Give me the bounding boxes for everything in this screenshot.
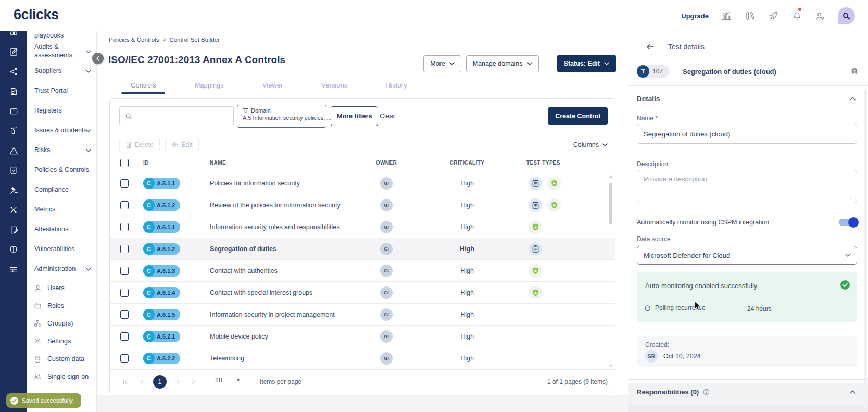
control-id-badge[interactable]: CA.6.1.2 [143,243,180,255]
column-header-owner[interactable]: OWNER [353,160,420,166]
sidebar-item[interactable]: Administration [0,259,96,279]
name-field[interactable] [637,124,857,144]
details-section-header[interactable]: Details [637,90,856,107]
scroll-down-arrow[interactable]: ▼ [609,364,613,368]
manual-test-icon[interactable] [529,198,542,212]
column-header-test-types[interactable]: TEST TYPES [514,160,615,166]
analytics-icon[interactable] [721,10,732,21]
table-scrollbar[interactable]: ▲ ▼ [608,174,613,368]
row-checkbox[interactable] [120,354,129,363]
tab[interactable]: Controls [129,76,158,94]
scrollbar-thumb[interactable] [609,183,612,224]
panel-scrollbar[interactable] [864,89,867,409]
column-header-criticality[interactable]: CRITICALITY [420,160,514,166]
select-all-checkbox[interactable] [120,159,129,167]
domain-filter-chip[interactable]: Domain A.5 Information security policies… [237,105,326,128]
control-id-badge[interactable]: CA.6.1.1 [143,221,180,233]
table-row[interactable]: CA.6.2.1 Mobile device policy GI High [110,326,615,347]
sidebar-subitem[interactable]: Custom data [0,350,96,368]
control-id-badge[interactable]: CA.6.2.1 [143,331,180,342]
sidebar-item[interactable]: Registers [0,101,96,121]
cloud-test-icon[interactable] [529,220,542,234]
description-field[interactable] [637,170,857,203]
row-checkbox[interactable] [120,289,129,297]
tab[interactable]: Versions [319,76,349,94]
tab[interactable]: Mappings [192,76,225,94]
control-id-badge[interactable]: CA.6.1.4 [143,287,180,298]
control-id-badge[interactable]: CA.5.1.2 [143,199,180,211]
app-logo[interactable]: 6clicks [14,7,59,23]
chevron-up-icon[interactable] [850,390,856,394]
table-row[interactable]: CA.6.2.2 Teleworking GI High [110,347,615,369]
control-id-badge[interactable]: CA.5.1.1 [143,178,180,189]
sidebar-item[interactable]: Trust Portal [0,81,96,101]
cloud-test-icon[interactable] [529,264,542,278]
control-name[interactable]: Segregation of duties [202,245,353,253]
table-row[interactable]: CA.6.1.4 Contact with special interest g… [110,282,615,304]
manual-test-icon[interactable] [529,242,542,256]
cloud-test-icon[interactable] [547,177,561,190]
sidebar-item[interactable]: Policies & Controls [0,160,96,180]
control-id-badge[interactable]: CA.6.1.5 [143,309,180,320]
current-page-button[interactable]: 1 [153,375,167,389]
cspm-toggle[interactable] [839,219,858,226]
columns-dropdown[interactable]: Columns [573,141,608,148]
row-checkbox[interactable] [120,223,129,231]
table-row[interactable]: CA.6.1.5 Information security in project… [110,304,615,326]
row-checkbox[interactable] [120,245,129,253]
sidebar-subitem[interactable]: Group(s) [0,315,96,332]
info-icon[interactable] [703,389,710,395]
page-size-select[interactable]: 20▼ [215,377,253,386]
sidebar-collapse-button[interactable] [92,53,104,64]
back-button[interactable] [646,43,655,51]
table-row[interactable]: CA.5.1.2 Review of the policies for info… [110,194,615,216]
sidebar-item[interactable]: Suppliers [0,61,96,81]
tab[interactable]: History [384,76,409,94]
table-row[interactable]: CA.6.1.3 Contact with authorities GI Hig… [110,260,615,282]
sidebar-subitem[interactable]: Users [0,279,96,297]
row-checkbox[interactable] [120,310,129,319]
rocket-icon[interactable] [768,10,779,21]
create-control-button[interactable]: Create Control [548,107,608,125]
more-button[interactable]: More [423,55,461,72]
table-row[interactable]: CA.5.1.1 Policies for information securi… [110,172,615,194]
sidebar-item[interactable]: Issues & incidents [0,121,96,141]
edit-button[interactable]: Edit [165,138,199,152]
control-name[interactable]: Contact with authorities [202,267,353,274]
sidebar-item[interactable]: Vulnerabilities [0,240,96,259]
user-avatar[interactable] [838,7,855,24]
column-header-name[interactable]: NAME [202,160,353,166]
sidebar-item[interactable]: Audits & assessments [0,42,96,61]
data-source-select[interactable]: Microsoft Defender for Cloud [637,246,857,265]
control-id-badge[interactable]: CA.6.2.2 [143,353,180,364]
user-management-icon[interactable] [814,10,826,21]
scroll-up-arrow[interactable]: ▲ [609,174,613,179]
cloud-test-icon[interactable] [529,286,542,299]
control-name[interactable]: Policies for information security [202,180,353,187]
sidebar-item-playbooks[interactable]: playbooks [0,31,96,42]
row-checkbox[interactable] [120,267,129,275]
table-row[interactable]: CA.6.1.1 Information security roles and … [110,216,615,238]
table-row[interactable]: CA.6.1.2 Segregation of duties GI High [110,238,615,260]
row-checkbox[interactable] [120,179,129,188]
sidebar-subitem[interactable]: Roles [0,297,96,315]
sidebar-item[interactable]: Risks [0,141,96,160]
sidebar-item[interactable]: Attestations [0,220,96,240]
column-header-id[interactable]: ID [134,160,202,166]
more-filters-button[interactable]: More filters [331,106,378,126]
test-id-badge[interactable]: T 107 [637,65,669,78]
sidebar-subitem[interactable]: Single sign-on [0,368,96,385]
delete-test-icon[interactable] [851,68,858,75]
sidebar-item[interactable]: Compliance [0,180,96,200]
library-icon[interactable] [744,10,756,21]
control-name[interactable]: Review of the policies for information s… [202,202,353,209]
search-input[interactable] [136,107,233,126]
clear-filters-link[interactable]: Clear [380,113,395,120]
control-name[interactable]: Information security in project manageme… [202,311,353,318]
tab[interactable]: Viewer [260,76,285,94]
row-checkbox[interactable] [120,201,129,209]
previous-page-button[interactable] [140,379,144,384]
breadcrumb-item[interactable]: Control Set Builder [169,36,220,43]
responsibilities-header[interactable]: Responsibilities (0) [637,388,699,396]
control-name[interactable]: Information security roles and responsib… [202,223,353,231]
